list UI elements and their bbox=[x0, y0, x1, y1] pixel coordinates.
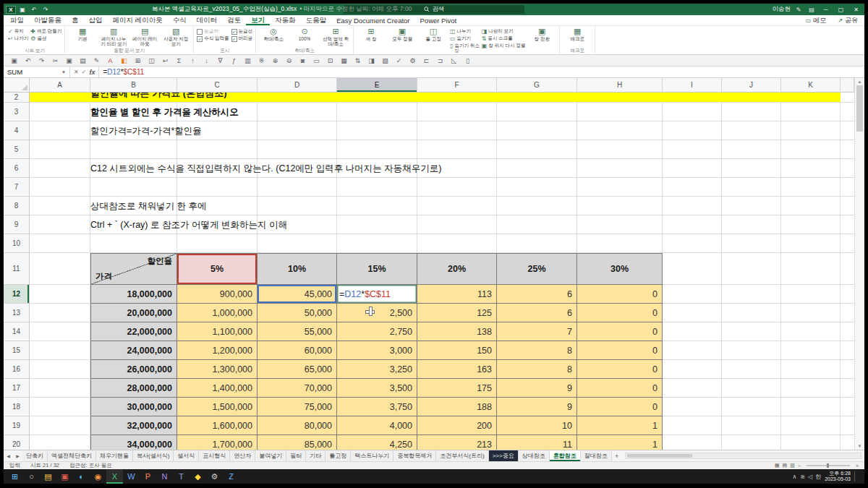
cell-H16[interactable]: 0 bbox=[577, 360, 663, 379]
horizontal-scrollbar[interactable] bbox=[625, 453, 861, 459]
ribbon-button[interactable]: ◎확대/축소 bbox=[259, 27, 288, 41]
column-header-E[interactable]: E bbox=[337, 78, 417, 93]
start-button[interactable]: ⊞ bbox=[7, 469, 23, 484]
cell-F4[interactable] bbox=[417, 121, 497, 140]
ribbon-button[interactable]: ◨나란히 보기 bbox=[482, 28, 525, 35]
cell-A7[interactable] bbox=[30, 178, 90, 197]
ribbon-tab-수식[interactable]: 수식 bbox=[168, 15, 192, 25]
column-header-D[interactable]: D bbox=[258, 78, 337, 93]
undo-icon[interactable]: ↶ bbox=[22, 57, 34, 64]
cell-C14[interactable]: 1,100,000 bbox=[177, 322, 258, 341]
cell-B3[interactable] bbox=[90, 103, 177, 121]
cell-E9[interactable] bbox=[337, 215, 417, 234]
ribbon-tab-페이지 레이아웃[interactable]: 페이지 레이아웃 bbox=[108, 15, 168, 25]
cell-B13[interactable]: 20,000,000 bbox=[90, 304, 177, 322]
ribbon-button[interactable]: ▣창 전환 bbox=[527, 27, 556, 41]
ribbon-checkbox[interactable]: ✓수식 입력줄 bbox=[197, 35, 229, 42]
cell-B6[interactable] bbox=[90, 159, 177, 178]
cell-C11[interactable]: 5% bbox=[177, 253, 258, 285]
sort-asc-icon[interactable]: ↑ bbox=[187, 57, 199, 64]
cell-G7[interactable] bbox=[497, 178, 577, 197]
cell-G19[interactable]: 10 bbox=[497, 416, 577, 435]
pen-icon[interactable]: ✎ bbox=[793, 7, 804, 13]
cell-B8[interactable] bbox=[90, 197, 177, 215]
cell-G6[interactable] bbox=[497, 159, 577, 178]
row-header-4[interactable]: 4 bbox=[4, 121, 30, 140]
cell-D9[interactable] bbox=[258, 215, 337, 234]
ribbon-button[interactable]: ◫틀 고정 bbox=[419, 27, 448, 41]
format-painter-icon[interactable]: ✎ bbox=[90, 57, 103, 64]
ribbon-tab-홈[interactable]: 홈 bbox=[67, 15, 84, 25]
cell-K5[interactable] bbox=[781, 140, 841, 159]
cell-E5[interactable] bbox=[337, 140, 417, 159]
cell-K8[interactable] bbox=[781, 197, 841, 215]
cell-G17[interactable]: 9 bbox=[497, 379, 577, 398]
excel-icon[interactable]: X bbox=[106, 469, 123, 484]
comments-button[interactable]: ▭메모 bbox=[801, 16, 832, 25]
cell-B18[interactable]: 30,000,000 bbox=[90, 398, 177, 416]
cell-H15[interactable]: 0 bbox=[577, 341, 663, 360]
ungroup-icon[interactable]: ⊐ bbox=[434, 57, 446, 64]
cell-C3[interactable] bbox=[177, 103, 258, 121]
cell-A19[interactable] bbox=[30, 416, 90, 435]
cell-G14[interactable]: 7 bbox=[497, 322, 577, 341]
cell-A6[interactable] bbox=[30, 159, 90, 178]
sheet-tab-기타[interactable]: 기타 bbox=[306, 450, 326, 461]
file-explorer-icon[interactable]: ▤ bbox=[40, 469, 56, 484]
column-header-J[interactable]: J bbox=[722, 78, 781, 93]
cell-E8[interactable] bbox=[337, 197, 417, 215]
cell-D4[interactable] bbox=[258, 121, 337, 140]
sheet-tab-엑셀전체단축키[interactable]: 엑셀전체단축키 bbox=[48, 450, 96, 461]
cell-G15[interactable]: 8 bbox=[497, 341, 577, 360]
cell-D14[interactable]: 55,000 bbox=[258, 322, 337, 341]
cell-D8[interactable] bbox=[258, 197, 337, 215]
cell-J8[interactable] bbox=[722, 197, 781, 215]
cell-C4[interactable] bbox=[177, 121, 258, 140]
wrap-text-icon[interactable]: ↩ bbox=[159, 57, 171, 64]
cell-I14[interactable] bbox=[663, 322, 722, 341]
vertical-scrollbar-thumb[interactable] bbox=[856, 85, 863, 132]
chart-icon[interactable]: ▥ bbox=[242, 57, 254, 64]
cell-F18[interactable]: 188 bbox=[417, 398, 497, 416]
minimize-button[interactable]: ─ bbox=[820, 7, 832, 13]
cell-E16[interactable]: 3,250 bbox=[337, 360, 417, 379]
row-header-11[interactable]: 11 bbox=[4, 253, 30, 285]
cell-K6[interactable] bbox=[781, 159, 841, 178]
cell-B17[interactable]: 28,000,000 bbox=[90, 379, 177, 398]
cell-E19[interactable]: 4,000 bbox=[337, 416, 417, 435]
zoom-out-icon[interactable]: ⊖ bbox=[283, 57, 295, 64]
tray-chevron-icon[interactable]: ∧ bbox=[792, 474, 796, 480]
ribbon-tab-검토[interactable]: 검토 bbox=[222, 15, 246, 25]
row-header-18[interactable]: 18 bbox=[4, 398, 30, 416]
cell-J7[interactable] bbox=[722, 178, 781, 197]
ribbon-tab-도움말[interactable]: 도움말 bbox=[301, 15, 332, 25]
cell-D7[interactable] bbox=[258, 178, 337, 197]
cell-A18[interactable] bbox=[30, 398, 90, 416]
cell-I7[interactable] bbox=[663, 178, 722, 197]
cell-J6[interactable] bbox=[722, 159, 781, 178]
clear-icon[interactable]: ◺ bbox=[448, 57, 460, 64]
cell-B12[interactable]: 18,000,000 bbox=[90, 285, 177, 304]
cell-C17[interactable]: 1,400,000 bbox=[177, 379, 258, 398]
comment-icon[interactable]: ▭ bbox=[310, 57, 323, 64]
cell-H7[interactable] bbox=[577, 178, 663, 197]
cell-F16[interactable]: 163 bbox=[417, 360, 497, 379]
normal-view-button[interactable]: ▦ bbox=[775, 463, 780, 468]
search-icon[interactable]: ○ bbox=[23, 469, 40, 484]
cell-K19[interactable] bbox=[781, 416, 841, 435]
cell-I10[interactable] bbox=[663, 234, 722, 253]
ribbon-tab-아발돋움[interactable]: 아발돋움 bbox=[29, 15, 67, 25]
cell-E20[interactable]: 4,250 bbox=[337, 435, 417, 450]
sheet-tab-단축키[interactable]: 단축키 bbox=[22, 450, 48, 461]
column-header-F[interactable]: F bbox=[417, 78, 497, 93]
cell-H14[interactable]: 0 bbox=[577, 322, 663, 341]
column-header-G[interactable]: G bbox=[497, 78, 577, 93]
cancel-entry-button[interactable]: ✕ bbox=[74, 69, 79, 75]
cell-J9[interactable] bbox=[722, 215, 781, 234]
cell-F12[interactable]: 113 bbox=[417, 285, 497, 304]
cell-G18[interactable]: 9 bbox=[497, 398, 577, 416]
teams-icon[interactable]: T bbox=[173, 469, 190, 484]
ribbon-button[interactable]: ▭숨기기 bbox=[450, 35, 480, 42]
cell-H13[interactable]: 0 bbox=[577, 304, 663, 322]
cell-J16[interactable] bbox=[722, 360, 781, 379]
